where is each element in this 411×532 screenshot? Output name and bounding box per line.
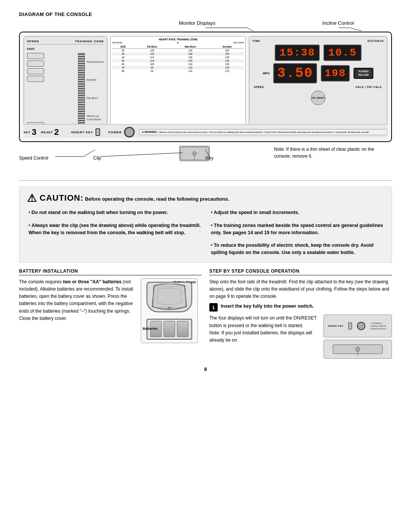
caution-left-col: • Do not stand on the walking belt when … [27,209,202,256]
set-label: SET [24,131,31,134]
caution-bullet-2: • Always wear the clip (see the drawing … [27,222,202,236]
training-zone-header: TRAINING ZONE [75,40,104,43]
batteries-label: Batteries [143,327,158,331]
battery-title: BATTERY INSTALLATION [19,268,202,275]
hr-cell: 115 [134,56,170,59]
hr-cell: 165 [210,49,244,53]
hr-col-fatburn: Fat Burn [134,45,170,49]
power-control: POWER [108,127,135,137]
hr-cell: 138 [170,52,210,56]
svg-point-14 [355,347,360,351]
battery-cell-2 [164,321,175,337]
bottom-controls: SET 3 RESET 2 INSERT KEY POWER ⚠ WARNING… [24,124,387,137]
hr-cell: 125 [170,59,210,62]
below-console-labels: Speed Control Clip Key Note: If there is… [19,146,392,173]
hr-cell: 140 [210,59,244,62]
hr-data-table: AGE Fat Burn Max Burn Aerobic 2012514516… [112,45,244,73]
reset-label: RESET [41,131,53,134]
cals-display: 198 [321,65,350,81]
step-intro: Step onto the foot rails of the treadmil… [209,278,392,300]
hr-cell: 60 [112,62,134,66]
battery-text-bold: two or three "AA" batteries [63,279,121,284]
max-bpm-label: MAX BPM [233,42,244,44]
battery-text-2: (not included). Alkaline batteries are r… [19,279,133,321]
battery-content: The console requires two or three "AA" b… [19,278,202,343]
caution-bullet-3: • Adjust the speed in small increments. [209,209,384,216]
speed-btn-1[interactable] [27,53,44,59]
battery-cover-shape [147,282,192,312]
hr-table: HEART RATE TRAINING ZONE MIN BPM ♥ MAX B… [110,36,246,137]
step-1-detail: The four displays will not turn on until… [209,315,320,344]
right-display-panel: TIME DISTANCE 15:38 10.5 MPH 3.50 198 PO… [249,36,387,137]
caution-bullet-5: • To reduce the possibility of electric … [209,242,384,256]
panel-headers: SPEED TRAINING ZONE [27,40,104,45]
hr-cell: 145 [170,49,210,53]
hr-cell: 105 [134,62,170,66]
mini-warning: ⚠ WARNIN...starting treadmill.operating … [370,322,387,330]
set-control: SET 3 [24,127,37,137]
distance-display: 10.5 [323,45,361,61]
caution-intro: Before operating the console, read the f… [85,196,229,202]
battery-text: The console requires two or three "AA" b… [19,278,136,343]
mini-key-slot [348,323,352,329]
hr-cell: 110 [170,66,210,69]
warning-box: ⚠ WARNING: • Misuse of this product may … [139,129,387,136]
hr-cell: 155 [210,52,244,56]
hr-cell: 110 [134,59,170,62]
battery-diagram: Battery Cover Batteries [141,278,202,343]
step-section: STEP BY STEP CONSOLE OPERATION Step onto… [209,268,392,359]
insert-key-control: INSERT KEY [71,128,100,136]
console-diagram: SPEED TRAINING ZONE FAST Performance [19,32,392,142]
hr-col-maxburn: Max Burn [170,45,210,49]
speed-btn-3[interactable] [27,68,44,74]
speed-zone-panel: SPEED TRAINING ZONE FAST Performance [24,36,107,137]
time-label: TIME [252,40,260,42]
speed-btn-2[interactable] [27,61,44,67]
hr-cell: 145 [210,56,244,59]
incline-control-label: Incline Control [322,20,354,26]
hr-title: HEART RATE TRAINING ZONE [112,38,244,41]
speed-display: 3.50 [273,63,317,83]
battery-cell-3 [177,321,188,337]
zone-label-warmup: Warm-up Cool-down [86,114,104,121]
zone-label-performance: Performance [86,60,104,64]
power-incline-button[interactable]: POWERINCLINE [354,68,373,79]
svg-line-1 [247,28,253,31]
svg-point-5 [193,152,196,155]
hr-cell: 70 [112,66,134,69]
display-row-top: 15:38 10.5 [252,45,384,61]
key-slot[interactable] [96,128,100,136]
distance-label: DISTANCE [368,40,384,42]
key-label: Key [206,155,213,161]
step-1-block: 1 Insert the key fully into the power sw… [209,303,392,312]
step-title: STEP BY STEP CONSOLE OPERATION [209,268,392,275]
on-reset-area: ON / RESET [252,91,384,105]
display-row-mid: MPH 3.50 198 POWERINCLINE [252,63,384,83]
clip-svg [180,146,209,161]
power-button[interactable] [124,127,135,137]
zone-bar [78,53,85,128]
speed-btn-4[interactable] [27,76,44,82]
mini-clip-diagram [323,340,392,359]
on-reset-button[interactable]: ON / RESET [311,91,325,105]
hr-cell: 130 [170,56,210,59]
speed-cals-labels: SPEED CALS. / FAT CALS. [252,86,384,88]
mph-label: MPH [263,72,270,75]
mini-power-circle [357,322,365,330]
caution-icon: ⚠ [27,193,37,204]
reset-control: RESET 2 [41,127,59,137]
monitor-displays-label: Monitor Displays [179,20,215,26]
hr-cell: 95 [134,66,170,69]
hr-cell: 40 [112,56,134,59]
power-label: POWER [108,131,122,134]
lower-sections: BATTERY INSTALLATION The console require… [19,268,392,359]
caution-header: ⚠ CAUTION: Before operating the console,… [27,193,384,204]
zone-label-aerobic: Aerobic [86,78,104,81]
hr-cell: 115 [210,69,244,73]
battery-text-1: The console requires [19,279,63,284]
hr-col-age: AGE [112,45,134,49]
hr-cell: 50 [112,59,134,62]
hr-cell: 90 [134,69,170,73]
step-1-lower: The four displays will not turn on until… [209,315,392,359]
hr-cell: 125 [134,49,170,53]
